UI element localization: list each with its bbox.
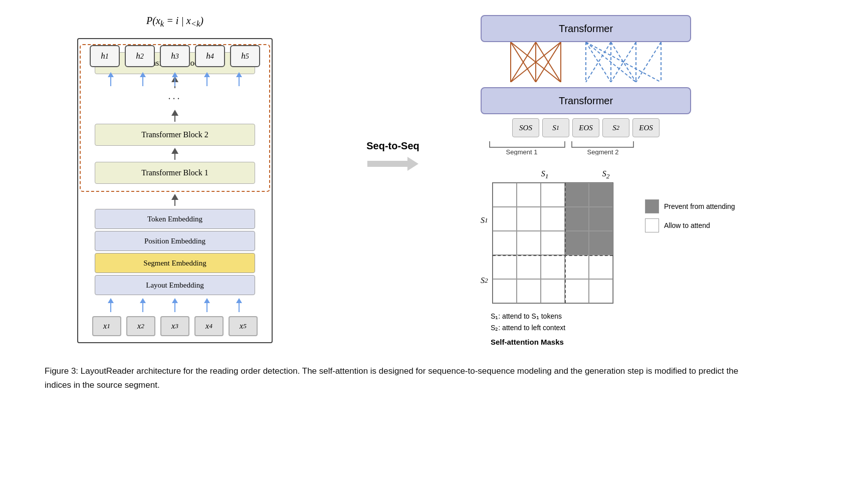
- cell-2-0: [493, 231, 517, 255]
- attention-with-legend: S1 S2 S1 S2: [481, 169, 821, 305]
- token-S1: S1: [542, 118, 569, 137]
- svg-text:Segment 2: Segment 2: [587, 148, 619, 155]
- h3-box: h3: [160, 45, 190, 67]
- cell-4-4: [589, 279, 613, 303]
- token-EOS2: EOS: [632, 118, 660, 137]
- h5-box: h5: [230, 45, 260, 67]
- cell-3-1: [517, 255, 541, 279]
- transformer-block-1: Transformer Block 1: [95, 162, 255, 184]
- dots: ···: [168, 93, 182, 105]
- h1-box: h1: [90, 45, 120, 67]
- cell-4-1: [517, 279, 541, 303]
- right-top: Transformer: [481, 15, 691, 155]
- transformer-block-2: Transformer Block 2: [95, 124, 255, 146]
- x3-box: x3: [160, 316, 189, 336]
- diagram-row: P(xk = i | x<k) Transformer Block L: [45, 15, 821, 348]
- svg-text:Segment 1: Segment 1: [506, 148, 538, 155]
- cell-1-4: [589, 207, 613, 231]
- legend-white-label: Allow to attend: [664, 221, 710, 229]
- row-s1-label: S1: [481, 184, 488, 257]
- x-inputs: x1 x2 x3 x4 x5: [92, 316, 258, 336]
- cell-2-3: [565, 231, 589, 255]
- right-diagram: Transformer: [481, 15, 821, 348]
- row-s2-label: S2: [481, 257, 488, 305]
- cell-4-0: [493, 279, 517, 303]
- layout-embedding: Layout Embedding: [95, 275, 255, 295]
- cell-1-3: [565, 207, 589, 231]
- legend-white-item: Allow to attend: [645, 218, 735, 232]
- left-diagram: P(xk = i | x<k) Transformer Block L: [45, 15, 305, 343]
- cell-0-4: [589, 183, 613, 207]
- seq-to-seq-section: Seq-to-Seq: [358, 15, 428, 171]
- legend-white-box: [645, 218, 659, 232]
- main-container: P(xk = i | x<k) Transformer Block L: [45, 15, 821, 392]
- segment-embedding: Segment Embedding: [95, 253, 255, 273]
- s-annotations: S₁: attend to S₁ tokens S₂: attend to le…: [491, 311, 821, 348]
- attention-section: S1 S2 S1 S2: [481, 169, 821, 348]
- cell-4-3: [565, 279, 589, 303]
- cell-2-4: [589, 231, 613, 255]
- big-arrow-right: [367, 157, 418, 171]
- formula: P(xk = i | x<k): [146, 15, 203, 29]
- cell-3-3: [565, 255, 589, 279]
- position-embedding: Position Embedding: [95, 231, 255, 251]
- token-S2: S2: [602, 118, 629, 137]
- col-s1-label: S1: [508, 169, 582, 180]
- x1-box: x1: [92, 316, 121, 336]
- cell-3-2: [541, 255, 565, 279]
- token-embedding: Token Embedding: [95, 209, 255, 229]
- cell-3-4: [589, 255, 613, 279]
- grid-with-row-labels: S1 S2: [481, 182, 630, 305]
- legend-dark-item: Prevent from attending: [645, 199, 735, 213]
- connection-lines: [481, 42, 691, 82]
- transformer-bottom: Transformer: [481, 87, 691, 114]
- embedding-stack: Token Embedding Position Embedding Segme…: [80, 208, 270, 296]
- segment-braces: Segment 1 Segment 2: [481, 139, 691, 155]
- mask-label: Self-attention Masks: [491, 338, 564, 346]
- s1-annotation: S₁: attend to S₁ tokens: [491, 311, 821, 322]
- legend-dark-label: Prevent from attending: [664, 202, 735, 210]
- h-blue-arrows: [95, 72, 255, 86]
- x5-box: x5: [229, 316, 258, 336]
- cell-0-0: [493, 183, 517, 207]
- cell-0-1: [517, 183, 541, 207]
- cell-1-1: [517, 207, 541, 231]
- cell-0-3: [565, 183, 589, 207]
- transformer-top: Transformer: [481, 15, 691, 42]
- col-s2-label: S2: [582, 169, 630, 180]
- cell-2-1: [517, 231, 541, 255]
- seq-to-seq-label: Seq-to-Seq: [366, 140, 419, 152]
- cell-2-2: [541, 231, 565, 255]
- cell-4-2: [541, 279, 565, 303]
- cell-1-0: [493, 207, 517, 231]
- legend-dark-box: [645, 199, 659, 213]
- grid-container: S1 S2 S1 S2: [481, 169, 630, 305]
- row-labels: S1 S2: [481, 182, 488, 305]
- h2-box: h2: [125, 45, 155, 67]
- cell-3-0: [493, 255, 517, 279]
- s2-annotation: S₂: attend to left context: [491, 322, 821, 333]
- token-seq-row: SOS S1 EOS S2 EOS: [512, 118, 660, 137]
- token-EOS1: EOS: [572, 118, 599, 137]
- attention-grid: [492, 182, 613, 304]
- h-outputs: h1 h2 h3 h4 h5: [90, 45, 260, 67]
- legend-col: Prevent from attending Allow to attend: [645, 169, 735, 232]
- x2-box: x2: [126, 316, 155, 336]
- blue-arrows: [95, 298, 255, 312]
- svg-line-12: [586, 42, 661, 82]
- x4-box: x4: [194, 316, 224, 336]
- cell-0-2: [541, 183, 565, 207]
- svg-line-18: [636, 42, 661, 82]
- cell-1-2: [541, 207, 565, 231]
- h4-box: h4: [195, 45, 225, 67]
- caption: Figure 3: LayoutReader architecture for …: [45, 364, 746, 392]
- token-SOS: SOS: [512, 118, 539, 137]
